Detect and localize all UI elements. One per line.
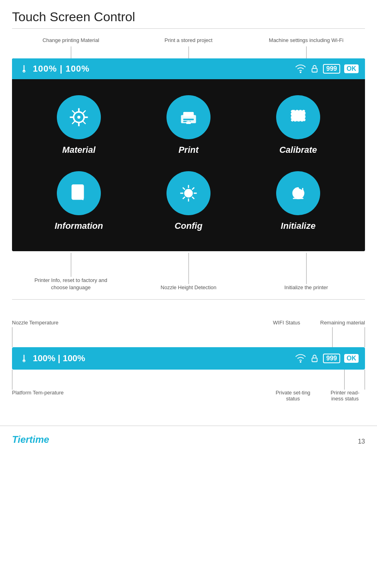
status-badge-999: 999 [323, 354, 340, 363]
annotation-nozzle-text: Nozzle Height Detection [160, 284, 216, 291]
status-ok-badge: OK [344, 354, 359, 363]
annotation-print-line [188, 46, 189, 58]
svg-point-2 [77, 116, 80, 119]
printer-readiness-label: Printer read-iness status [325, 390, 365, 402]
calibrate-circle [276, 95, 320, 139]
private-setting-label: Private set-ting status [273, 390, 313, 402]
annotation-print-text: Print a stored project [164, 37, 213, 44]
nozzle-temp-label: Nozzle Temperature [12, 320, 58, 326]
printer-readiness-ann-line [365, 370, 365, 390]
svg-point-13 [185, 190, 193, 197]
page-number: 13 [358, 438, 365, 445]
material-circle [57, 95, 101, 139]
screen-header-right: 999 OK [295, 63, 359, 74]
initialize-button[interactable]: Initialize [243, 163, 353, 239]
print-label: Print [178, 145, 199, 155]
page-footer: Tiertime 13 [0, 426, 377, 453]
calibrate-button[interactable]: Calibrate [243, 87, 353, 163]
platform-temp-ann-line [12, 370, 12, 390]
annotation-initialize-line [306, 253, 307, 284]
calibrate-label: Calibrate [279, 145, 317, 155]
wifi-icon [295, 63, 306, 74]
print-icon [176, 105, 201, 129]
status-bar-right: 999 OK [295, 353, 359, 364]
calibrate-icon [286, 105, 310, 129]
information-circle [57, 171, 101, 215]
status-temp-text: 100% | 100% [33, 353, 85, 364]
svg-rect-5 [183, 119, 194, 120]
initialize-label: Initialize [281, 221, 316, 231]
ok-badge: OK [344, 64, 359, 73]
annotation-machine-text: Machine settings including Wi-Fi [269, 37, 343, 44]
printer-screen: 100% | 100% 999 OK [12, 58, 365, 251]
material-button[interactable]: Material [24, 87, 134, 163]
annotation-nozzle: Nozzle Height Detection [148, 253, 229, 291]
wifi-status-label: WIFI Status [273, 320, 300, 326]
page-title: Touch Screen Control [0, 0, 377, 28]
information-icon [67, 181, 91, 205]
annotation-info-line [71, 253, 71, 277]
remaining-ann-line [365, 327, 365, 347]
screen-header-left: 100% | 100% [18, 63, 90, 74]
button-grid: Material Print [12, 79, 365, 251]
annotation-info-text: Printer Info, reset to factory and choos… [31, 277, 111, 291]
annotation-print: Print a stored project [148, 37, 229, 58]
annotation-nozzle-line [188, 253, 189, 284]
annotation-initialize-text: Initialize the printer [284, 284, 328, 291]
status-wifi-icon [295, 353, 306, 364]
information-button[interactable]: Information [24, 163, 134, 239]
annotation-machine-line [306, 46, 307, 58]
print-button[interactable]: Print [134, 87, 243, 163]
remaining-material-label: Remaining material [320, 320, 365, 326]
platform-temp-label: Platform Tem-perature [12, 390, 64, 402]
nozzle-temp-ann-line [12, 327, 12, 347]
status-thermometer-icon [18, 353, 30, 364]
config-label: Config [174, 221, 203, 231]
svg-rect-15 [312, 358, 317, 362]
private-setting-ann-line [344, 370, 345, 390]
config-circle [166, 171, 211, 215]
status-bar-section: Nozzle Temperature WIFI Status Remaining… [0, 312, 377, 414]
badge-999: 999 [323, 64, 340, 74]
status-lock-icon [310, 354, 319, 363]
status-bar-screen: 100% | 100% 999 OK [12, 347, 365, 370]
brand-logo: Tiertime [12, 434, 49, 445]
initialize-icon [286, 181, 310, 205]
section-divider [12, 299, 365, 300]
status-bar-left: 100% | 100% [18, 353, 85, 364]
thermometer-icon [18, 63, 30, 74]
information-label: Information [55, 221, 103, 231]
temp-display: 100% | 100% [33, 64, 90, 74]
annotation-info: Printer Info, reset to factory and choos… [31, 253, 111, 291]
print-circle [166, 95, 211, 139]
annotation-material-line [71, 46, 71, 58]
annotation-initialize: Initialize the printer [266, 253, 346, 291]
material-label: Material [62, 145, 95, 155]
screen-header: 100% | 100% 999 OK [12, 58, 365, 79]
svg-rect-0 [312, 68, 317, 72]
material-icon [67, 105, 91, 129]
config-icon [176, 181, 201, 205]
lock-icon [310, 64, 319, 73]
config-button[interactable]: Config [134, 163, 243, 239]
initialize-circle [276, 171, 320, 215]
annotation-material-text: Change printing Material [42, 37, 99, 44]
annotation-machine: Machine settings including Wi-Fi [266, 37, 346, 58]
wifi-ann-line [332, 327, 333, 347]
annotation-material: Change printing Material [31, 37, 111, 58]
